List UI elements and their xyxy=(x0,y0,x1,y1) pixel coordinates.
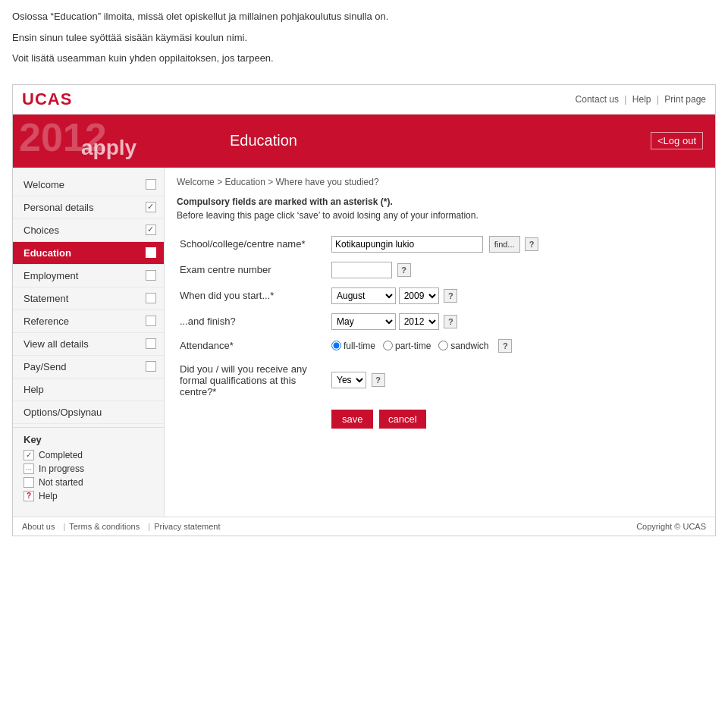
sidebar-checkbox-statement xyxy=(146,293,156,303)
sidebar-item-viewall[interactable]: View all details xyxy=(13,333,164,356)
attendance-label: Attendance* xyxy=(177,335,328,357)
find-button[interactable]: find... xyxy=(489,236,520,253)
key-inprogress-icon: ··· xyxy=(24,463,34,474)
sidebar-item-help[interactable]: Help xyxy=(13,379,164,401)
form-buttons-cell: save cancel xyxy=(328,402,703,433)
sidebar-checkbox-welcome xyxy=(146,179,156,190)
app-footer: About us | Terms & conditions | Privacy … xyxy=(13,517,715,536)
banner-title: Education xyxy=(230,132,297,149)
exam-input[interactable] xyxy=(331,262,392,278)
key-notstarted-label: Not started xyxy=(39,477,83,488)
start-year-select[interactable]: 200920052006 200720082010 20112012 xyxy=(399,287,439,304)
attendance-radio-group: full-time part-time sandwich xyxy=(331,339,700,353)
ucas-app: UCAS Contact us | Help | Print page 2012… xyxy=(12,84,716,536)
app-banner: 2012 apply Education <Log out xyxy=(13,115,715,168)
qualifications-select[interactable]: Yes No xyxy=(331,372,366,388)
start-month-select[interactable]: August JanuaryFebruaryMarch AprilMayJune… xyxy=(331,287,396,304)
finish-year-select[interactable]: 201220082009 201020112013 xyxy=(399,313,439,330)
key-notstarted-icon xyxy=(24,477,34,488)
sidebar-checkbox-personal xyxy=(146,202,156,212)
sidebar: Welcome Personal details Choices Educati… xyxy=(13,168,165,517)
attendance-fulltime-text: full-time xyxy=(344,341,375,351)
attendance-field-cell: full-time part-time sandwich xyxy=(328,335,703,357)
form-buttons-row: save cancel xyxy=(177,402,703,433)
start-help-icon[interactable]: ? xyxy=(444,289,457,303)
sidebar-item-options[interactable]: Options/Opsiynau xyxy=(13,401,164,424)
sidebar-label-welcome: Welcome xyxy=(24,179,64,190)
attendance-fulltime-label[interactable]: full-time xyxy=(331,341,375,351)
sidebar-item-statement[interactable]: Statement xyxy=(13,287,164,310)
qualifications-row: Did you / will you receive any formal qu… xyxy=(177,357,703,402)
school-field-cell: find... ? xyxy=(328,231,703,257)
footer-copyright: Copyright © UCAS xyxy=(636,522,706,531)
contact-link[interactable]: Contact us xyxy=(576,94,619,105)
sidebar-item-reference[interactable]: Reference xyxy=(13,310,164,333)
key-title: Key xyxy=(24,434,153,445)
sidebar-item-welcome[interactable]: Welcome xyxy=(13,174,164,196)
finish-field-cell: May JanuaryFebruaryMarch AprilJuneJuly A… xyxy=(328,309,703,335)
sidebar-label-help: Help xyxy=(24,384,44,395)
finish-row: ...and finish? May JanuaryFebruaryMarch … xyxy=(177,309,703,335)
about-link[interactable]: About us xyxy=(22,522,55,531)
start-row: When did you start...* August JanuaryFeb… xyxy=(177,283,703,309)
footer-links: About us | Terms & conditions | Privacy … xyxy=(22,522,225,531)
attendance-help-icon[interactable]: ? xyxy=(498,339,512,353)
attendance-sandwich-label[interactable]: sandwich xyxy=(438,341,488,351)
sidebar-label-statement: Statement xyxy=(24,293,68,304)
cancel-button[interactable]: cancel xyxy=(379,410,426,429)
school-input[interactable] xyxy=(331,236,483,253)
sidebar-label-paysend: Pay/Send xyxy=(24,361,66,372)
sidebar-label-employment: Employment xyxy=(24,270,78,281)
key-help-icon: ? xyxy=(24,491,34,501)
attendance-parttime-label[interactable]: part-time xyxy=(383,341,431,351)
finish-help-icon[interactable]: ? xyxy=(444,315,457,328)
sidebar-checkbox-reference xyxy=(146,316,156,326)
help-link[interactable]: Help xyxy=(632,94,651,105)
school-row: School/college/centre name* find... ? xyxy=(177,231,703,257)
attendance-sandwich-radio[interactable] xyxy=(438,341,448,350)
sidebar-checkbox-choices xyxy=(146,225,156,235)
exam-field-cell: ? xyxy=(328,257,703,283)
attendance-parttime-radio[interactable] xyxy=(383,341,393,350)
attendance-fulltime-radio[interactable] xyxy=(331,341,341,350)
exam-row: Exam centre number ? xyxy=(177,257,703,283)
sidebar-item-education[interactable]: Education xyxy=(13,242,164,265)
start-label: When did you start...* xyxy=(177,283,328,309)
save-button[interactable]: save xyxy=(331,410,373,429)
logout-button[interactable]: <Log out xyxy=(651,132,703,149)
sidebar-label-viewall: View all details xyxy=(24,338,89,350)
exam-help-icon[interactable]: ? xyxy=(397,263,411,277)
exam-label: Exam centre number xyxy=(177,257,328,283)
sidebar-label-options: Options/Opsiynau xyxy=(24,407,102,418)
privacy-link[interactable]: Privacy statement xyxy=(154,522,220,531)
sidebar-checkbox-education xyxy=(146,247,156,258)
notice-line2: Before leaving this page click ‘save’ to… xyxy=(177,209,703,222)
sidebar-label-personal: Personal details xyxy=(24,202,94,213)
sidebar-label-choices: Choices xyxy=(24,225,59,236)
qualifications-help-icon[interactable]: ? xyxy=(372,373,385,387)
terms-link[interactable]: Terms & conditions xyxy=(69,522,140,531)
finish-month-select[interactable]: May JanuaryFebruaryMarch AprilJuneJuly A… xyxy=(331,313,396,330)
notice-box: Compulsory fields are marked with an ast… xyxy=(177,195,703,222)
finish-label: ...and finish? xyxy=(177,309,328,335)
print-link[interactable]: Print page xyxy=(664,94,706,105)
sidebar-item-personal[interactable]: Personal details xyxy=(13,196,164,219)
sidebar-item-employment[interactable]: Employment xyxy=(13,265,164,287)
sidebar-label-reference: Reference xyxy=(24,316,69,327)
key-completed-label: Completed xyxy=(39,450,83,460)
sidebar-item-paysend[interactable]: Pay/Send xyxy=(13,356,164,379)
school-label: School/college/centre name* xyxy=(177,231,328,257)
intro-line1: Osiossa “Education” ilmoita, missä olet … xyxy=(12,9,716,24)
sidebar-item-choices[interactable]: Choices xyxy=(13,219,164,242)
qualifications-label: Did you / will you receive any formal qu… xyxy=(177,357,328,402)
attendance-parttime-text: part-time xyxy=(395,341,431,351)
app-header: UCAS Contact us | Help | Print page xyxy=(13,85,715,115)
intro-section: Osiossa “Education” ilmoita, missä olet … xyxy=(0,0,728,84)
intro-line2: Ensin sinun tulee syöttää sisään käymäsi… xyxy=(12,30,716,46)
sidebar-checkbox-viewall xyxy=(146,338,156,349)
attendance-sandwich-text: sandwich xyxy=(450,341,488,351)
key-completed-icon xyxy=(24,450,34,460)
school-help-icon[interactable]: ? xyxy=(525,237,538,251)
notice-line1: Compulsory fields are marked with an ast… xyxy=(177,195,703,209)
app-body: Welcome Personal details Choices Educati… xyxy=(13,168,715,517)
